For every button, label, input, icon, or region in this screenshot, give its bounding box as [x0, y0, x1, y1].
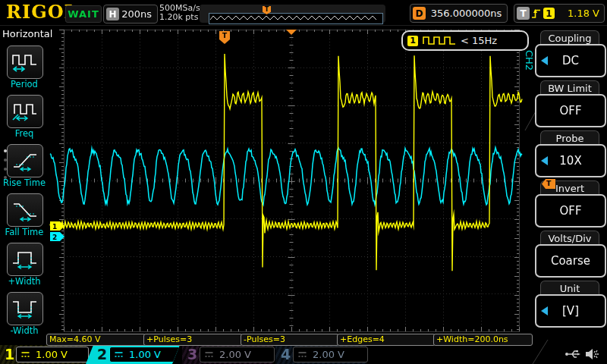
- dc-coupling-icon: [21, 351, 30, 358]
- channel-status-bar: 1 1.00 V 2 1.00 V 3 2.: [0, 345, 607, 364]
- period-icon: [7, 46, 43, 79]
- invert-value: OFF: [559, 204, 581, 218]
- menu-value-volts-div[interactable]: Coarse: [535, 244, 606, 278]
- left-menu-title: Horizontal: [2, 28, 52, 39]
- menu-item-label: Period: [0, 79, 49, 89]
- menu-item-period[interactable]: Period: [7, 46, 43, 79]
- channel-4-zone[interactable]: 4 2.00 V: [275, 345, 366, 364]
- menu-item-rise-time[interactable]: Rise Time: [7, 144, 43, 177]
- menu-item-label: Fall Time: [0, 227, 49, 237]
- trigger-readout: T 1 1.18 V: [514, 4, 605, 23]
- channel-4-number: 4: [281, 346, 291, 362]
- dc-coupling-icon: [205, 351, 213, 358]
- menu-value-coupling[interactable]: DC: [535, 44, 606, 77]
- menu-label-volts-div: Volts/Div: [540, 231, 599, 245]
- menu-item-plus-width[interactable]: +Width: [7, 243, 43, 276]
- measurement-minus-pulses: -Pulses=3: [241, 334, 339, 346]
- left-arrow-icon: [541, 56, 548, 65]
- menu-item-fall-time[interactable]: Fall Time: [7, 193, 43, 227]
- freq-icon: [7, 95, 43, 128]
- channel-3-number: 3: [187, 346, 197, 362]
- probe-value: 10X: [559, 154, 581, 168]
- volts-div-value: Coarse: [551, 254, 590, 268]
- oscilloscope-screen: RIGOL WAIT H 200ns 500MSa/s 1.20k pts T …: [0, 0, 607, 364]
- trigger-condition: < 15Hz: [461, 35, 497, 46]
- menu-item-freq[interactable]: Freq: [7, 95, 43, 128]
- menu-label-probe: Probe: [540, 130, 599, 145]
- measurement-plus-edges: +Edges=4: [337, 334, 436, 346]
- menu-value-invert[interactable]: OFF: [535, 194, 606, 228]
- left-arrow-icon: [541, 156, 548, 165]
- trigger-info-popup: 1 < 15Hz: [401, 30, 529, 51]
- channel-3-zone[interactable]: 3 2.00 V: [182, 345, 273, 364]
- h-icon: H: [106, 8, 119, 20]
- preview-strip: [209, 13, 383, 24]
- menu-page-dot: [4, 158, 7, 162]
- menu-page-dot: [4, 176, 7, 179]
- pulse-train-icon: [423, 36, 456, 46]
- menu-item-label: Rise Time: [0, 177, 49, 188]
- menu-page-dot: [4, 168, 7, 171]
- menu-item-label: Freq: [0, 128, 49, 139]
- plus-width-icon: [7, 243, 43, 276]
- memory-depth: 1.20k pts: [159, 13, 200, 22]
- measurement-max: Max=4.60 V: [46, 334, 146, 346]
- left-arrow-icon: [541, 306, 548, 315]
- menu-label-coupling: Coupling: [540, 30, 599, 45]
- timebase-value: 200ns: [119, 8, 157, 20]
- channel-1-scale: 1.00 V: [36, 349, 68, 360]
- trigger-source-badge: 1: [543, 8, 555, 19]
- sample-rate-readout: 500MSa/s 1.20k pts: [159, 4, 200, 22]
- channel-2-number: 2: [97, 346, 107, 362]
- bw-limit-value: OFF: [559, 104, 581, 118]
- coupling-value: DC: [562, 54, 579, 67]
- channel-1-number: 1: [5, 346, 14, 362]
- d-icon: D: [413, 7, 426, 20]
- channel-1-scale-box: 1.00 V: [16, 347, 89, 362]
- channel-4-scale: 2.00 V: [313, 349, 344, 360]
- channel-3-scale: 2.00 V: [219, 349, 251, 360]
- unit-value: [V]: [562, 304, 579, 318]
- channel-4-scale-box: 2.00 V: [293, 347, 368, 362]
- menu-label-bw-limit: BW Limit: [540, 80, 599, 95]
- right-menu-channel-tab: CH2: [524, 50, 535, 71]
- dc-coupling-icon: [298, 351, 307, 358]
- channel-3-scale-box: 2.00 V: [200, 347, 275, 362]
- menu-item-label: -Width: [0, 325, 49, 336]
- waveform-preview-bar: T: [200, 5, 385, 23]
- speaker-icon: [584, 347, 601, 361]
- usb-icon: [565, 348, 581, 360]
- menu-value-bw-limit[interactable]: OFF: [535, 94, 606, 127]
- rising-edge-icon: [531, 8, 541, 20]
- rise-time-icon: [7, 144, 43, 177]
- menu-label-unit: Unit: [540, 281, 599, 295]
- menu-value-unit[interactable]: [V]: [535, 294, 606, 328]
- acquisition-status-badge: WAIT: [65, 5, 102, 23]
- menu-item-label: +Width: [0, 276, 49, 287]
- fall-time-icon: [7, 193, 43, 227]
- measurement-plus-pulses: +Pulses=3: [143, 334, 243, 346]
- channel-2-scale: 1.00 V: [129, 349, 161, 360]
- channel-1-zone[interactable]: 1 1.00 V: [0, 345, 86, 364]
- delay-value: 356.000000ns: [426, 8, 507, 19]
- channel-2-zone-selected[interactable]: 2 1.00 V: [86, 345, 180, 364]
- trigger-channel-badge: 1: [407, 36, 418, 46]
- minus-width-icon: [7, 292, 43, 325]
- menu-item-minus-width[interactable]: -Width: [7, 292, 43, 325]
- trigger-level-value: 1.18 V: [555, 8, 604, 19]
- preview-wave-icon: [209, 14, 381, 22]
- delay-readout: D 356.000000ns: [410, 4, 508, 23]
- t-icon: T: [517, 7, 530, 20]
- menu-page-dot: [4, 149, 7, 152]
- menu-value-probe[interactable]: 10X: [535, 144, 606, 177]
- waveform-display: [0, 0, 607, 364]
- dc-coupling-icon: [115, 351, 123, 358]
- horizontal-scale-readout: H 200ns: [103, 5, 158, 24]
- measurement-plus-width: +Width=200.0ns: [433, 334, 533, 346]
- channel-2-scale-box: 1.00 V: [109, 347, 184, 362]
